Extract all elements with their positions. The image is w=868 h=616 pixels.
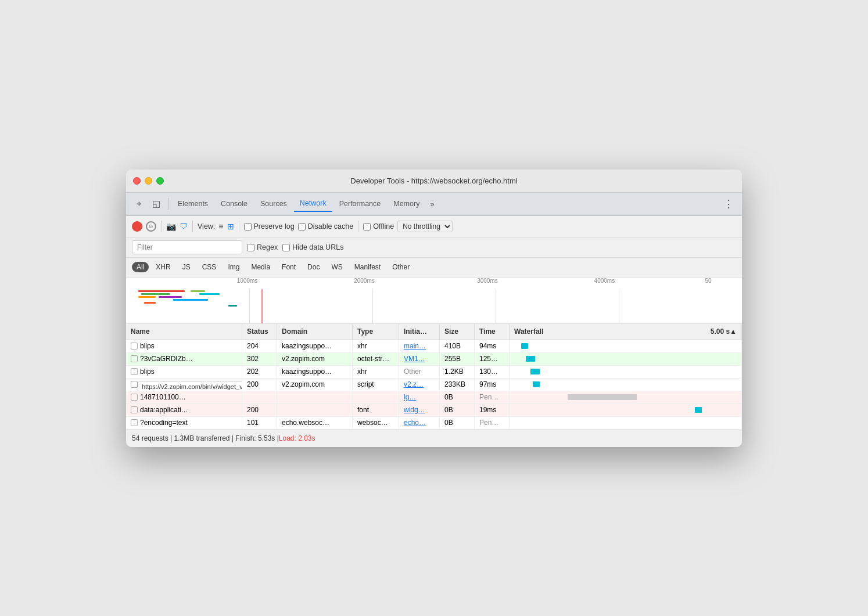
tab-sources[interactable]: Sources bbox=[254, 196, 293, 211]
th-type[interactable]: Type bbox=[353, 324, 399, 340]
table-row[interactable]: widget_v2.18… ↗ https://v2.zopim.com/bin… bbox=[126, 379, 742, 391]
url-tooltip: https://v2.zopim.com/bin/v/widget_v2.186… bbox=[138, 381, 242, 391]
tab-network[interactable]: Network bbox=[294, 196, 332, 212]
type-filter-css[interactable]: CSS bbox=[198, 262, 221, 272]
load-time: Load: 2.03s bbox=[279, 434, 315, 442]
td-waterfall bbox=[510, 417, 742, 429]
preserve-log-check[interactable]: Preserve log bbox=[244, 222, 295, 230]
td-waterfall bbox=[510, 404, 742, 416]
td-type: xhr bbox=[353, 366, 399, 378]
td-name: ?3vCaGRDIZb… bbox=[126, 353, 242, 365]
td-domain: echo.websoc… bbox=[277, 417, 353, 429]
table-row[interactable]: blips 202 kaazingsuppo… xhr Other 1.2KB … bbox=[126, 366, 742, 379]
td-type: font bbox=[353, 404, 399, 416]
regex-check[interactable]: Regex bbox=[247, 243, 278, 251]
filter-input[interactable] bbox=[132, 240, 242, 254]
td-size: 0B bbox=[440, 417, 475, 429]
tab-elements[interactable]: Elements bbox=[172, 196, 214, 211]
td-name: widget_v2.18… ↗ https://v2.zopim.com/bin… bbox=[126, 379, 242, 391]
td-waterfall bbox=[510, 379, 742, 391]
clear-button[interactable]: ⊘ bbox=[146, 221, 156, 232]
th-status[interactable]: Status bbox=[242, 324, 277, 340]
type-filter-font[interactable]: Font bbox=[277, 262, 300, 272]
td-time: Pen… bbox=[475, 417, 510, 429]
table-row[interactable]: ?encoding=text 101 echo.websoc… websoc… … bbox=[126, 417, 742, 430]
type-filter-all[interactable]: All bbox=[132, 262, 149, 272]
tab-console[interactable]: Console bbox=[215, 196, 253, 211]
th-name[interactable]: Name bbox=[126, 324, 242, 340]
type-filter-media[interactable]: Media bbox=[246, 262, 275, 272]
th-domain[interactable]: Domain bbox=[277, 324, 353, 340]
row-checkbox[interactable] bbox=[131, 368, 138, 375]
row-checkbox[interactable] bbox=[131, 419, 138, 426]
tabs-menu-button[interactable]: ⋮ bbox=[720, 195, 737, 212]
table-row[interactable]: ?3vCaGRDIZb… 302 v2.zopim.com octet-str…… bbox=[126, 353, 742, 366]
row-checkbox[interactable] bbox=[131, 394, 138, 401]
th-waterfall[interactable]: Waterfall 5.00 s▲ bbox=[510, 324, 742, 340]
close-button[interactable] bbox=[133, 177, 141, 185]
inspect-icon[interactable]: ◱ bbox=[148, 196, 164, 212]
gridline-4 bbox=[619, 289, 619, 323]
td-name: blips bbox=[126, 340, 242, 352]
record-button[interactable] bbox=[132, 221, 142, 232]
table-row[interactable]: blips 204 kaazingsuppo… xhr main… 410B 9… bbox=[126, 340, 742, 353]
tabs-more-button[interactable]: » bbox=[426, 197, 437, 211]
row-checkbox[interactable] bbox=[131, 406, 138, 413]
group-view-button[interactable]: ⊞ bbox=[227, 222, 234, 231]
gridline-3 bbox=[496, 289, 496, 323]
type-filter-ws[interactable]: WS bbox=[327, 262, 347, 272]
type-filter-manifest[interactable]: Manifest bbox=[350, 262, 385, 272]
type-filter-xhr[interactable]: XHR bbox=[151, 262, 175, 272]
traffic-lights bbox=[133, 177, 164, 185]
gridline-1 bbox=[249, 289, 250, 323]
td-domain bbox=[277, 404, 353, 416]
td-status: 200 bbox=[242, 379, 277, 391]
table-header: Name Status Domain Type Initia… Size Tim… bbox=[126, 324, 742, 340]
waterfall-bar bbox=[568, 394, 637, 400]
timeline-label-3000: 3000ms bbox=[477, 278, 498, 284]
waterfall-bar bbox=[521, 343, 528, 349]
table-row[interactable]: 1487101100… lg… 0B Pen… bbox=[126, 391, 742, 404]
row-checkbox[interactable] bbox=[131, 381, 138, 388]
td-status: 200 bbox=[242, 404, 277, 416]
th-initiator[interactable]: Initia… bbox=[399, 324, 440, 340]
th-time[interactable]: Time bbox=[475, 324, 510, 340]
disable-cache-check[interactable]: Disable cache bbox=[298, 222, 354, 230]
titlebar: Developer Tools - https://websocket.org/… bbox=[126, 170, 742, 193]
type-filter-other[interactable]: Other bbox=[388, 262, 414, 272]
td-size: 233KB bbox=[440, 379, 475, 391]
td-type bbox=[353, 391, 399, 404]
td-status: 101 bbox=[242, 417, 277, 429]
throttling-select[interactable]: No throttling bbox=[397, 221, 453, 232]
cursor-icon[interactable]: ⌖ bbox=[131, 196, 147, 212]
type-filter-js[interactable]: JS bbox=[178, 262, 195, 272]
filter-button[interactable]: ⛉ bbox=[180, 222, 188, 231]
type-filter-doc[interactable]: Doc bbox=[303, 262, 324, 272]
status-text: 54 requests | 1.3MB transferred | Finish… bbox=[132, 434, 279, 442]
maximize-button[interactable] bbox=[156, 177, 164, 185]
timeline-redline bbox=[261, 289, 263, 323]
tab-divider bbox=[168, 198, 168, 210]
td-domain: v2.zopim.com bbox=[277, 353, 353, 365]
type-filter-img[interactable]: Img bbox=[223, 262, 244, 272]
timeline-area: 1000ms 2000ms 3000ms 4000ms 50 bbox=[126, 278, 742, 324]
td-initiator: main… bbox=[399, 340, 440, 352]
tab-performance[interactable]: Performance bbox=[333, 196, 387, 211]
table-row[interactable]: data:applicati… 200 font widg… 0B 19ms bbox=[126, 404, 742, 417]
minimize-button[interactable] bbox=[145, 177, 152, 185]
td-time: Pen… bbox=[475, 391, 510, 404]
td-initiator: echo… bbox=[399, 417, 440, 429]
td-time: 130… bbox=[475, 366, 510, 378]
camera-button[interactable]: 📷 bbox=[166, 222, 176, 231]
offline-check[interactable]: Offline bbox=[363, 222, 394, 230]
row-checkbox[interactable] bbox=[131, 343, 138, 350]
timeline-label-2000: 2000ms bbox=[354, 278, 375, 284]
list-view-button[interactable]: ≡ bbox=[218, 222, 223, 231]
hide-data-urls-check[interactable]: Hide data URLs bbox=[282, 243, 343, 251]
td-initiator: v2.z… bbox=[399, 379, 440, 391]
row-checkbox[interactable] bbox=[131, 355, 138, 362]
td-size: 0B bbox=[440, 391, 475, 404]
tab-memory[interactable]: Memory bbox=[388, 196, 425, 211]
th-size[interactable]: Size bbox=[440, 324, 475, 340]
td-initiator: lg… bbox=[399, 391, 440, 404]
